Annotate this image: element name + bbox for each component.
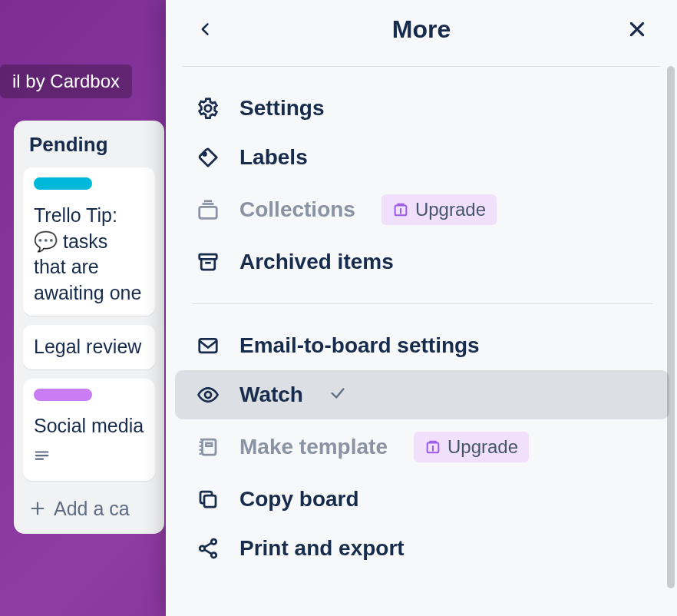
scrollbar[interactable] bbox=[666, 66, 675, 608]
eye-icon bbox=[196, 383, 220, 406]
archive-icon bbox=[196, 250, 220, 273]
card[interactable]: Trello Tip: 💬 tasks that are awaiting on… bbox=[23, 167, 155, 316]
menu-label: Make template bbox=[239, 435, 388, 459]
tag-icon bbox=[196, 146, 220, 169]
back-button[interactable] bbox=[190, 14, 221, 45]
list-pending: Pending Trello Tip: 💬 tasks that are awa… bbox=[14, 121, 164, 534]
check-icon bbox=[329, 383, 346, 407]
upgrade-badge[interactable]: Upgrade bbox=[414, 432, 529, 462]
svg-rect-12 bbox=[200, 254, 217, 259]
menu-archived[interactable]: Archived items bbox=[175, 237, 669, 286]
svg-line-24 bbox=[204, 543, 211, 548]
menu-label: Settings bbox=[239, 96, 324, 121]
card-title: Trello Tip: 💬 tasks that are awaiting on… bbox=[34, 203, 144, 306]
more-menu-panel: More Settings Labels bbox=[166, 0, 677, 616]
card[interactable]: Legal review bbox=[23, 325, 155, 369]
svg-rect-9 bbox=[200, 207, 217, 218]
list-title[interactable]: Pending bbox=[23, 133, 155, 167]
menu-copy-board[interactable]: Copy board bbox=[175, 475, 669, 524]
scrollbar-thumb[interactable] bbox=[667, 66, 675, 588]
upgrade-label: Upgrade bbox=[415, 199, 486, 220]
mail-icon bbox=[196, 334, 220, 357]
card[interactable]: Social media bbox=[23, 379, 155, 481]
menu-label: Copy board bbox=[239, 487, 359, 512]
gear-icon bbox=[196, 97, 220, 120]
upgrade-label: Upgrade bbox=[447, 436, 518, 458]
menu-settings[interactable]: Settings bbox=[175, 84, 669, 133]
template-icon bbox=[196, 436, 220, 459]
copy-icon bbox=[196, 488, 220, 511]
menu-print-export[interactable]: Print and export bbox=[175, 524, 669, 573]
panel-header: More bbox=[166, 0, 677, 66]
panel-body: Settings Labels Collections Upgrade bbox=[166, 67, 677, 616]
menu-group: Settings Labels Collections Upgrade bbox=[175, 67, 669, 303]
menu-label: Collections bbox=[239, 197, 355, 222]
menu-collections: Collections Upgrade bbox=[175, 182, 669, 237]
svg-line-25 bbox=[204, 550, 211, 555]
card-label-cyan[interactable] bbox=[34, 177, 92, 190]
svg-point-15 bbox=[205, 392, 211, 398]
menu-label: Archived items bbox=[239, 250, 394, 274]
add-card-button[interactable]: Add a ca bbox=[23, 490, 155, 525]
menu-labels[interactable]: Labels bbox=[175, 133, 669, 182]
close-button[interactable] bbox=[622, 14, 652, 45]
svg-point-7 bbox=[205, 105, 212, 112]
menu-label: Email-to-board settings bbox=[239, 333, 480, 358]
card-title: Social media bbox=[34, 413, 144, 439]
share-icon bbox=[196, 537, 220, 560]
collections-icon bbox=[196, 198, 220, 221]
svg-rect-14 bbox=[200, 339, 217, 353]
board-header-button[interactable]: il by Cardbox bbox=[0, 65, 132, 98]
menu-label: Labels bbox=[239, 145, 308, 170]
menu-make-template: Make template Upgrade bbox=[175, 419, 669, 475]
svg-rect-17 bbox=[206, 443, 213, 446]
description-icon bbox=[34, 445, 51, 472]
menu-label: Print and export bbox=[239, 536, 405, 561]
svg-rect-20 bbox=[204, 495, 216, 507]
menu-group: Email-to-board settings Watch Make templ… bbox=[175, 304, 669, 590]
svg-point-8 bbox=[203, 153, 206, 156]
upgrade-badge[interactable]: Upgrade bbox=[381, 194, 497, 225]
card-label-purple[interactable] bbox=[34, 389, 92, 401]
menu-label: Watch bbox=[239, 383, 303, 407]
card-title: Legal review bbox=[34, 334, 144, 360]
panel-title: More bbox=[392, 15, 451, 44]
menu-watch[interactable]: Watch bbox=[175, 370, 669, 419]
add-card-label: Add a ca bbox=[54, 498, 130, 520]
menu-email-to-board[interactable]: Email-to-board settings bbox=[175, 321, 669, 370]
